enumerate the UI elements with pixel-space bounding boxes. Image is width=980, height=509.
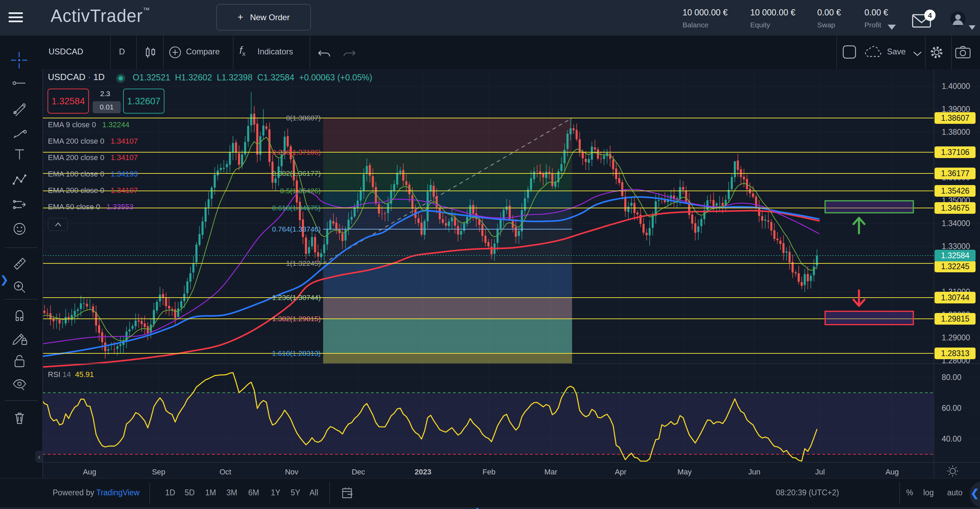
svg-text:1.32584: 1.32584 xyxy=(941,251,969,260)
svg-text:Aug: Aug xyxy=(83,468,96,476)
svg-text:0(1.38607): 0(1.38607) xyxy=(286,114,321,122)
svg-text:1.38607: 1.38607 xyxy=(941,113,969,123)
svg-text:1.382(1.29815): 1.382(1.29815) xyxy=(272,315,321,322)
svg-text:1.236(1.30744): 1.236(1.30744) xyxy=(272,294,321,302)
svg-text:Jul: Jul xyxy=(815,468,825,476)
svg-text:1.33000: 1.33000 xyxy=(942,242,970,251)
svg-text:0.382(1.36177): 0.382(1.36177) xyxy=(272,169,321,177)
svg-text:Feb: Feb xyxy=(482,468,495,476)
svg-text:Dec: Dec xyxy=(352,468,365,476)
svg-text:1.37106: 1.37106 xyxy=(941,148,969,157)
svg-text:1.35426: 1.35426 xyxy=(941,187,969,195)
svg-text:0.618(1.34675): 0.618(1.34675) xyxy=(272,204,321,212)
svg-text:Oct: Oct xyxy=(220,468,231,476)
svg-text:0.764(1.33746): 0.764(1.33746) xyxy=(272,225,321,233)
svg-text:60.00: 60.00 xyxy=(942,404,961,413)
svg-text:1.29000: 1.29000 xyxy=(942,333,970,342)
svg-text:2023: 2023 xyxy=(415,468,431,476)
svg-text:1.32245: 1.32245 xyxy=(941,262,969,271)
svg-text:0.236(1.37106): 0.236(1.37106) xyxy=(272,148,321,156)
svg-text:0.5(1.35426): 0.5(1.35426) xyxy=(280,187,321,195)
svg-text:80.00: 80.00 xyxy=(942,373,961,382)
svg-text:40.00: 40.00 xyxy=(942,434,961,443)
svg-text:May: May xyxy=(678,468,692,476)
svg-text:1.36177: 1.36177 xyxy=(941,169,969,178)
svg-text:Apr: Apr xyxy=(615,468,627,476)
svg-text:Mar: Mar xyxy=(544,468,557,476)
svg-text:Sep: Sep xyxy=(152,468,165,476)
svg-text:1.30744: 1.30744 xyxy=(941,293,969,302)
svg-text:Nov: Nov xyxy=(285,468,298,476)
svg-text:1.38000: 1.38000 xyxy=(942,128,970,137)
svg-text:1.34675: 1.34675 xyxy=(941,204,969,212)
svg-text:1(1.32245): 1(1.32245) xyxy=(286,259,321,267)
svg-text:1.40000: 1.40000 xyxy=(942,82,970,91)
svg-text:Jun: Jun xyxy=(748,468,760,476)
svg-text:1.29815: 1.29815 xyxy=(941,314,969,323)
svg-text:Aug: Aug xyxy=(885,468,899,476)
svg-text:1.34000: 1.34000 xyxy=(942,219,970,228)
svg-text:1.618(1.28313): 1.618(1.28313) xyxy=(272,349,321,357)
svg-text:1.28313: 1.28313 xyxy=(941,349,969,358)
